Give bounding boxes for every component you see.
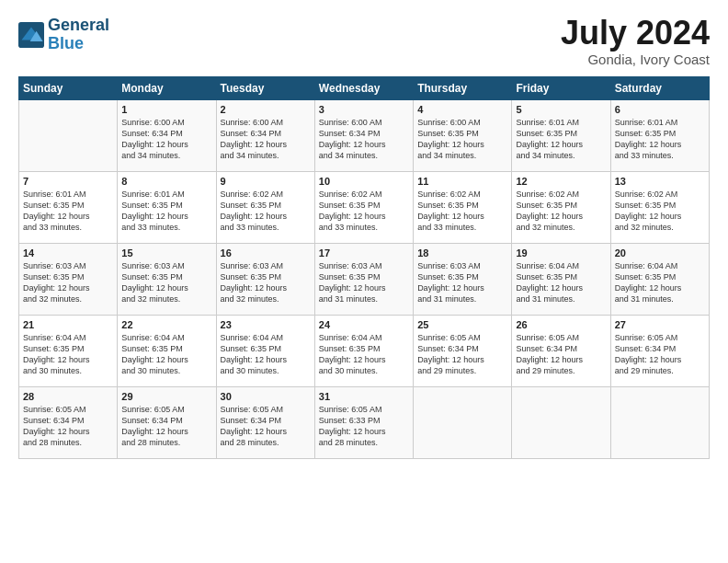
day-number: 23 (221, 319, 311, 330)
cell-info: Sunrise: 6:05 AM Sunset: 6:34 PM Dayligh… (23, 404, 113, 449)
logo-icon (18, 22, 44, 48)
calendar-cell: 7Sunrise: 6:01 AM Sunset: 6:35 PM Daylig… (19, 172, 118, 244)
day-number: 18 (417, 247, 507, 259)
header: General Blue July 2024 Gondia, Ivory Coa… (18, 17, 710, 67)
cell-info: Sunrise: 6:04 AM Sunset: 6:35 PM Dayligh… (23, 332, 113, 377)
day-number: 25 (417, 319, 507, 330)
calendar-cell: 15Sunrise: 6:03 AM Sunset: 6:35 PM Dayli… (118, 244, 216, 316)
calendar-cell: 1Sunrise: 6:00 AM Sunset: 6:34 PM Daylig… (118, 100, 216, 172)
day-number: 24 (319, 319, 409, 330)
calendar-cell: 30Sunrise: 6:05 AM Sunset: 6:34 PM Dayli… (216, 387, 314, 459)
day-number: 2 (221, 104, 311, 115)
day-number: 1 (121, 104, 211, 115)
calendar-cell: 13Sunrise: 6:02 AM Sunset: 6:35 PM Dayli… (610, 172, 709, 244)
calendar-cell: 3Sunrise: 6:00 AM Sunset: 6:34 PM Daylig… (314, 100, 413, 172)
day-number: 8 (121, 176, 211, 187)
day-number: 26 (516, 319, 606, 330)
weekday-header-cell: Wednesday (314, 77, 413, 100)
cell-info: Sunrise: 6:02 AM Sunset: 6:35 PM Dayligh… (615, 189, 705, 234)
calendar-cell: 25Sunrise: 6:05 AM Sunset: 6:34 PM Dayli… (414, 316, 512, 387)
cell-info: Sunrise: 6:05 AM Sunset: 6:34 PM Dayligh… (221, 404, 311, 449)
calendar-cell: 21Sunrise: 6:04 AM Sunset: 6:35 PM Dayli… (19, 316, 118, 387)
cell-info: Sunrise: 6:03 AM Sunset: 6:35 PM Dayligh… (319, 260, 409, 305)
day-number: 9 (221, 176, 311, 187)
weekday-header-cell: Tuesday (216, 77, 314, 100)
calendar-cell: 19Sunrise: 6:04 AM Sunset: 6:35 PM Dayli… (512, 244, 610, 316)
logo: General Blue (18, 17, 109, 53)
cell-info: Sunrise: 6:04 AM Sunset: 6:35 PM Dayligh… (516, 260, 606, 305)
cell-info: Sunrise: 6:02 AM Sunset: 6:35 PM Dayligh… (516, 189, 606, 234)
cell-info: Sunrise: 6:05 AM Sunset: 6:33 PM Dayligh… (319, 404, 409, 449)
day-number: 7 (23, 176, 113, 187)
weekday-header-cell: Friday (512, 77, 610, 100)
month-title: July 2024 (561, 17, 710, 50)
calendar-table: SundayMondayTuesdayWednesdayThursdayFrid… (18, 76, 710, 459)
cell-info: Sunrise: 6:00 AM Sunset: 6:34 PM Dayligh… (319, 117, 409, 162)
calendar-cell: 8Sunrise: 6:01 AM Sunset: 6:35 PM Daylig… (118, 172, 216, 244)
cell-info: Sunrise: 6:02 AM Sunset: 6:35 PM Dayligh… (221, 189, 311, 234)
calendar-cell: 22Sunrise: 6:04 AM Sunset: 6:35 PM Dayli… (118, 316, 216, 387)
calendar-cell: 28Sunrise: 6:05 AM Sunset: 6:34 PM Dayli… (19, 387, 118, 459)
cell-info: Sunrise: 6:03 AM Sunset: 6:35 PM Dayligh… (23, 260, 113, 305)
cell-info: Sunrise: 6:03 AM Sunset: 6:35 PM Dayligh… (417, 260, 507, 305)
calendar-cell: 26Sunrise: 6:05 AM Sunset: 6:34 PM Dayli… (512, 316, 610, 387)
day-number: 17 (319, 247, 409, 259)
logo-text: General Blue (48, 17, 109, 53)
day-number: 15 (121, 247, 211, 259)
calendar-cell: 17Sunrise: 6:03 AM Sunset: 6:35 PM Dayli… (314, 244, 413, 316)
cell-info: Sunrise: 6:03 AM Sunset: 6:35 PM Dayligh… (221, 260, 311, 305)
day-number: 16 (221, 247, 311, 259)
weekday-header-cell: Monday (118, 77, 216, 100)
calendar-week-row: 1Sunrise: 6:00 AM Sunset: 6:34 PM Daylig… (19, 100, 710, 172)
calendar-week-row: 21Sunrise: 6:04 AM Sunset: 6:35 PM Dayli… (19, 316, 710, 387)
calendar-cell: 5Sunrise: 6:01 AM Sunset: 6:35 PM Daylig… (512, 100, 610, 172)
day-number: 21 (23, 319, 113, 330)
day-number: 30 (221, 391, 311, 402)
calendar-body: 1Sunrise: 6:00 AM Sunset: 6:34 PM Daylig… (19, 100, 710, 459)
cell-info: Sunrise: 6:05 AM Sunset: 6:34 PM Dayligh… (121, 404, 211, 449)
cell-info: Sunrise: 6:00 AM Sunset: 6:34 PM Dayligh… (221, 117, 311, 162)
day-number: 14 (23, 247, 113, 259)
cell-info: Sunrise: 6:05 AM Sunset: 6:34 PM Dayligh… (516, 332, 606, 377)
day-number: 31 (319, 391, 409, 402)
calendar-cell: 6Sunrise: 6:01 AM Sunset: 6:35 PM Daylig… (610, 100, 709, 172)
day-number: 19 (516, 247, 606, 259)
calendar-cell: 11Sunrise: 6:02 AM Sunset: 6:35 PM Dayli… (414, 172, 512, 244)
day-number: 22 (121, 319, 211, 330)
cell-info: Sunrise: 6:00 AM Sunset: 6:34 PM Dayligh… (121, 117, 211, 162)
day-number: 6 (615, 104, 705, 115)
day-number: 12 (516, 176, 606, 187)
calendar-cell: 27Sunrise: 6:05 AM Sunset: 6:34 PM Dayli… (610, 316, 709, 387)
cell-info: Sunrise: 6:02 AM Sunset: 6:35 PM Dayligh… (417, 189, 507, 234)
page: General Blue July 2024 Gondia, Ivory Coa… (0, 0, 728, 468)
calendar-cell: 2Sunrise: 6:00 AM Sunset: 6:34 PM Daylig… (216, 100, 314, 172)
day-number: 4 (417, 104, 507, 115)
title-area: July 2024 Gondia, Ivory Coast (561, 17, 710, 67)
cell-info: Sunrise: 6:05 AM Sunset: 6:34 PM Dayligh… (615, 332, 705, 377)
weekday-header-row: SundayMondayTuesdayWednesdayThursdayFrid… (19, 77, 710, 100)
cell-info: Sunrise: 6:02 AM Sunset: 6:35 PM Dayligh… (319, 189, 409, 234)
calendar-week-row: 7Sunrise: 6:01 AM Sunset: 6:35 PM Daylig… (19, 172, 710, 244)
calendar-cell: 18Sunrise: 6:03 AM Sunset: 6:35 PM Dayli… (414, 244, 512, 316)
calendar-cell: 9Sunrise: 6:02 AM Sunset: 6:35 PM Daylig… (216, 172, 314, 244)
cell-info: Sunrise: 6:04 AM Sunset: 6:35 PM Dayligh… (615, 260, 705, 305)
location-subtitle: Gondia, Ivory Coast (561, 52, 710, 67)
cell-info: Sunrise: 6:04 AM Sunset: 6:35 PM Dayligh… (221, 332, 311, 377)
calendar-cell (512, 387, 610, 459)
calendar-cell: 24Sunrise: 6:04 AM Sunset: 6:35 PM Dayli… (314, 316, 413, 387)
calendar-cell: 31Sunrise: 6:05 AM Sunset: 6:33 PM Dayli… (314, 387, 413, 459)
day-number: 3 (319, 104, 409, 115)
calendar-cell: 23Sunrise: 6:04 AM Sunset: 6:35 PM Dayli… (216, 316, 314, 387)
calendar-cell: 29Sunrise: 6:05 AM Sunset: 6:34 PM Dayli… (118, 387, 216, 459)
calendar-cell: 10Sunrise: 6:02 AM Sunset: 6:35 PM Dayli… (314, 172, 413, 244)
calendar-week-row: 14Sunrise: 6:03 AM Sunset: 6:35 PM Dayli… (19, 244, 710, 316)
day-number: 11 (417, 176, 507, 187)
cell-info: Sunrise: 6:04 AM Sunset: 6:35 PM Dayligh… (319, 332, 409, 377)
day-number: 5 (516, 104, 606, 115)
day-number: 28 (23, 391, 113, 402)
cell-info: Sunrise: 6:01 AM Sunset: 6:35 PM Dayligh… (516, 117, 606, 162)
cell-info: Sunrise: 6:00 AM Sunset: 6:35 PM Dayligh… (417, 117, 507, 162)
cell-info: Sunrise: 6:05 AM Sunset: 6:34 PM Dayligh… (417, 332, 507, 377)
cell-info: Sunrise: 6:03 AM Sunset: 6:35 PM Dayligh… (121, 260, 211, 305)
day-number: 13 (615, 176, 705, 187)
